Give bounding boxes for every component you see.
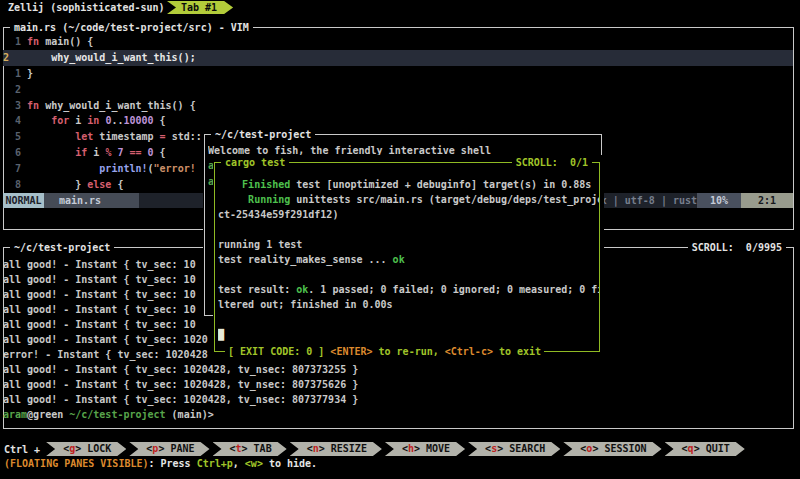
terminal-line: [218, 222, 599, 237]
terminal-line: Running unittests src/main.rs (target/de…: [218, 192, 599, 207]
keybar-segment-quit[interactable]: <q> QUIT: [665, 442, 745, 456]
pane-shell-scroll-indicator: SCROLL: 0/9995: [688, 241, 786, 254]
terminal-line: running 1 test: [218, 237, 599, 252]
terminal-line: ct-25434e59f291df12): [218, 207, 599, 222]
terminal-line: 2: [3, 82, 793, 98]
terminal-line: all good! - Instant { tv_sec: 1020428, t…: [3, 362, 793, 377]
terminal-line: ltered out; finished in 0.00s: [218, 297, 599, 312]
keybar-segments: <g> LOCK<p> PANE<t> TAB<n> RESIZE<h> MOV…: [46, 442, 748, 456]
terminal-line: [218, 267, 599, 282]
terminal-line: 3 fn why_would_i_want_this() {: [3, 98, 793, 114]
terminal-line: aram@green ~/c/test-project (main)>: [3, 407, 793, 422]
terminal-line: test result: ok. 1 passed; 0 failed; 0 i…: [218, 282, 599, 297]
terminal-line: Finished test [unoptimized + debuginfo] …: [218, 177, 599, 192]
cargo-output: Finished test [unoptimized + debuginfo] …: [218, 177, 599, 343]
keybar-segment-lock[interactable]: <g> LOCK: [46, 442, 126, 456]
statusline-filename: main.rs: [44, 193, 139, 208]
statusline-cursor-position: 2:1: [741, 193, 793, 208]
terminal-line: 1 }: [3, 66, 793, 82]
terminal-line: all good! - Instant { tv_sec: 1020428, t…: [3, 392, 793, 407]
floating-pane-cargo-title: cargo test: [221, 156, 289, 169]
floating-pane-fish-title: ~/c/test-project: [211, 128, 315, 141]
terminal-line: 1 fn main() {: [3, 34, 793, 50]
terminal-line: test reality_makes_sense ... ok: [218, 252, 599, 267]
terminal-line: (FLOATING PANES VISIBLE): Press Ctrl+p, …: [4, 456, 800, 471]
vim-mode-indicator: NORMAL: [3, 193, 44, 208]
keybar-segment-pane[interactable]: <p> PANE: [129, 442, 209, 456]
keybar-segment-search[interactable]: <s> SEARCH: [468, 442, 560, 456]
keybar-segment-session[interactable]: <o> SESSION: [563, 442, 661, 456]
pane-editor-title: main.rs (~/code/test-project/src) - VIM: [10, 21, 253, 34]
terminal-line: all good! - Instant { tv_sec: 1020428, t…: [3, 377, 793, 392]
session-name: Zellij (sophisticated-sun): [8, 0, 165, 15]
floating-panes-hint: (FLOATING PANES VISIBLE): Press Ctrl+p, …: [4, 456, 800, 472]
tab-1-label: Tab #1: [181, 2, 217, 13]
keybar-prefix: Ctrl +: [0, 444, 46, 455]
terminal-line: [ EXIT CODE: 0 ] <ENTER> to re-run, <Ctr…: [228, 344, 541, 359]
terminal-line: █: [218, 327, 599, 342]
floating-pane-cargo[interactable]: cargo test SCROLL: 0/1 Finished test [un…: [213, 155, 602, 359]
keybar-segment-resize[interactable]: <n> RESIZE: [290, 442, 382, 456]
terminal-line: [218, 312, 599, 327]
keybar-segment-tab[interactable]: <t> TAB: [213, 442, 287, 456]
keybar-segment-move[interactable]: <h> MOVE: [385, 442, 465, 456]
terminal-line: 2 why_would_i_want_this();: [3, 50, 793, 66]
zellij-screen: Zellij (sophisticated-sun) Tab #1 main.r…: [0, 0, 800, 479]
keybinding-bar: Ctrl + <g> LOCK<p> PANE<t> TAB<n> RESIZE…: [0, 441, 800, 457]
cargo-pane-footer: [ EXIT CODE: 0 ] <ENTER> to re-run, <Ctr…: [225, 344, 544, 359]
floating-pane-cargo-scroll-indicator: SCROLL: 0/1: [512, 156, 592, 169]
pane-shell-title: ~/c/test-project: [10, 241, 114, 254]
statusline-progress: 10%: [697, 193, 741, 208]
zellij-top-bar: Zellij (sophisticated-sun) Tab #1: [0, 0, 800, 16]
tab-1[interactable]: Tab #1: [167, 1, 233, 14]
